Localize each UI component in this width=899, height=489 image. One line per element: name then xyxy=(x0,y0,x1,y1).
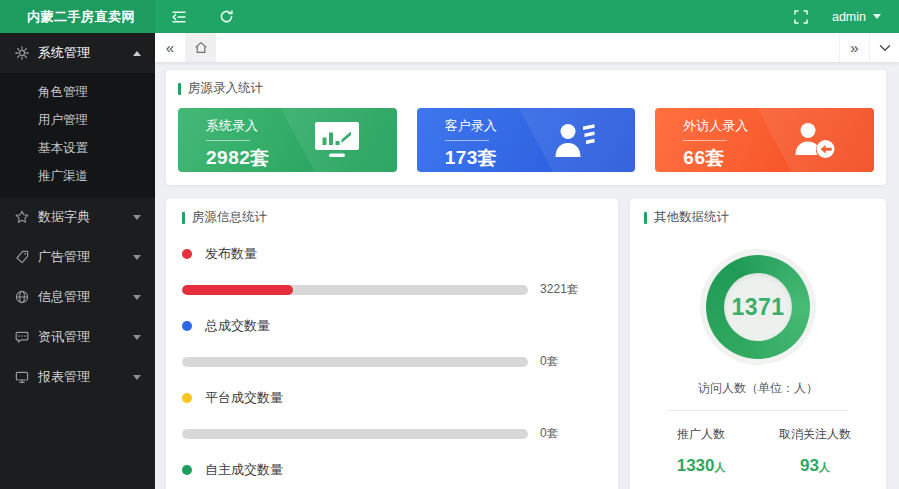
chevrons-left-icon: « xyxy=(166,39,174,56)
progress-track xyxy=(182,285,528,295)
entry-stats-title: 房源录入统计 xyxy=(178,80,874,97)
metric-number: 93 xyxy=(800,456,819,475)
info-stats-title: 房源信息统计 xyxy=(182,209,602,226)
sidebar-item-label: 资讯管理 xyxy=(38,328,90,346)
stat-divider xyxy=(206,140,250,141)
bar-chart-icon xyxy=(315,122,359,158)
chevron-down-icon xyxy=(133,215,141,220)
stat-label: 客户录入 xyxy=(445,117,636,135)
chat-icon xyxy=(14,330,29,345)
globe-icon xyxy=(14,290,29,305)
metric-value: 93人 xyxy=(758,456,872,476)
other-stats-title: 其他数据统计 xyxy=(644,209,872,226)
info-stats-card: 房源信息统计 发布数量 3221套 xyxy=(166,199,618,489)
main-area: « » xyxy=(155,33,899,489)
stat-card-system-entry: 系统录入 2982套 xyxy=(178,108,397,172)
top-bar: 内蒙二手房直卖网 xyxy=(0,0,899,33)
tab-bar: « » xyxy=(155,33,899,62)
chevrons-right-icon: » xyxy=(850,39,858,56)
tag-icon xyxy=(14,250,29,265)
progress-track xyxy=(182,357,528,367)
stat-value: 2982套 xyxy=(206,145,397,171)
tabs-menu-button[interactable] xyxy=(869,33,899,62)
progress-item-platform-deals: 平台成交数量 0套 xyxy=(182,389,602,442)
progress-item-self-deals: 自主成交数量 0套 xyxy=(182,461,602,489)
sidebar-nav: 系统管理 角色管理 用户管理 基本设置 推广渠道 数据字典 xyxy=(0,33,155,489)
sidebar-item-info-mgmt[interactable]: 信息管理 xyxy=(0,277,155,317)
legend-dot xyxy=(182,321,192,331)
fullscreen-icon xyxy=(794,10,808,24)
sidebar-item-basic-settings[interactable]: 基本设置 xyxy=(0,134,155,162)
progress-value: 0套 xyxy=(540,353,602,370)
stat-card-outside-visitor-entry: 外访人录入 66套 xyxy=(655,108,874,172)
sidebar-item-label: 数据字典 xyxy=(38,208,90,226)
tab-bar-right-controls: » xyxy=(839,33,899,62)
progress-item-total-deals: 总成交数量 0套 xyxy=(182,317,602,370)
dashboard-lower-row: 房源信息统计 发布数量 3221套 xyxy=(166,199,886,489)
customer-entry-icon xyxy=(553,121,597,159)
chevron-down-icon xyxy=(133,295,141,300)
sidebar-item-role-mgmt[interactable]: 角色管理 xyxy=(0,78,155,106)
gauge-value: 1371 xyxy=(731,294,784,321)
title-accent-bar xyxy=(182,212,185,224)
app-window: 内蒙二手房直卖网 xyxy=(0,0,899,489)
outside-visitor-icon xyxy=(792,121,836,159)
progress-value: 3221套 xyxy=(540,281,602,298)
sidebar-item-user-mgmt[interactable]: 用户管理 xyxy=(0,106,155,134)
sidebar-item-report-mgmt[interactable]: 报表管理 xyxy=(0,357,155,397)
sidebar-submenu-system: 角色管理 用户管理 基本设置 推广渠道 xyxy=(0,73,155,197)
metric-unfollowed-users: 取消关注人数 93人 xyxy=(758,426,872,476)
metric-number: 1330 xyxy=(677,456,715,475)
tabs-scroll-right-button[interactable]: » xyxy=(839,33,869,62)
progress-label: 总成交数量 xyxy=(205,317,270,335)
section-title-text: 其他数据统计 xyxy=(654,209,729,226)
progress-fill xyxy=(182,285,293,295)
stat-card-customer-entry: 客户录入 173套 xyxy=(417,108,636,172)
title-accent-bar xyxy=(644,212,647,224)
stat-label: 系统录入 xyxy=(206,117,397,135)
sidebar-item-system-mgmt[interactable]: 系统管理 xyxy=(0,33,155,73)
tabs-scroll-left-button[interactable]: « xyxy=(155,33,185,62)
visitors-gauge: 1371 xyxy=(644,255,872,359)
sidebar-item-news-mgmt[interactable]: 资讯管理 xyxy=(0,317,155,357)
stat-value: 173套 xyxy=(445,145,636,171)
home-icon xyxy=(194,41,208,54)
refresh-button[interactable] xyxy=(203,0,250,33)
sidebar-item-ad-mgmt[interactable]: 广告管理 xyxy=(0,237,155,277)
progress-track xyxy=(182,429,528,439)
chevron-down-icon xyxy=(133,375,141,380)
user-name: admin xyxy=(832,10,866,24)
progress-label: 平台成交数量 xyxy=(205,389,283,407)
monitor-icon xyxy=(14,370,29,385)
fold-menu-button[interactable] xyxy=(155,0,203,33)
star-icon xyxy=(14,210,29,225)
metric-unit: 人 xyxy=(715,461,726,473)
section-title-text: 房源录入统计 xyxy=(188,80,263,97)
legend-dot xyxy=(182,249,192,259)
chevron-down-icon xyxy=(879,44,891,52)
metric-unit: 人 xyxy=(819,461,830,473)
progress-value: 0套 xyxy=(540,425,602,442)
legend-dot xyxy=(182,465,192,475)
stat-divider xyxy=(683,140,727,141)
metric-label: 取消关注人数 xyxy=(758,426,872,443)
chevron-down-icon xyxy=(873,14,881,19)
sidebar-item-label: 报表管理 xyxy=(38,368,90,386)
entry-stats-row: 系统录入 2982套 客户录入 xyxy=(178,108,874,172)
legend-dot xyxy=(182,393,192,403)
gauge-inner: 1371 xyxy=(724,273,792,341)
fullscreen-button[interactable] xyxy=(780,0,822,33)
metric-label: 推广人数 xyxy=(644,426,758,443)
sidebar-item-label: 信息管理 xyxy=(38,288,90,306)
metric-promoted-users: 推广人数 1330人 xyxy=(644,426,758,476)
tab-home[interactable] xyxy=(185,33,216,62)
title-accent-bar xyxy=(178,83,181,95)
user-menu[interactable]: admin xyxy=(822,0,899,33)
fold-menu-icon xyxy=(171,10,187,24)
metric-value: 1330人 xyxy=(644,456,758,476)
gauge-ring: 1371 xyxy=(706,255,810,359)
progress-item-published: 发布数量 3221套 xyxy=(182,245,602,298)
main-shell: 系统管理 角色管理 用户管理 基本设置 推广渠道 数据字典 xyxy=(0,33,899,489)
sidebar-item-data-dict[interactable]: 数据字典 xyxy=(0,197,155,237)
sidebar-item-promo-channel[interactable]: 推广渠道 xyxy=(0,162,155,190)
